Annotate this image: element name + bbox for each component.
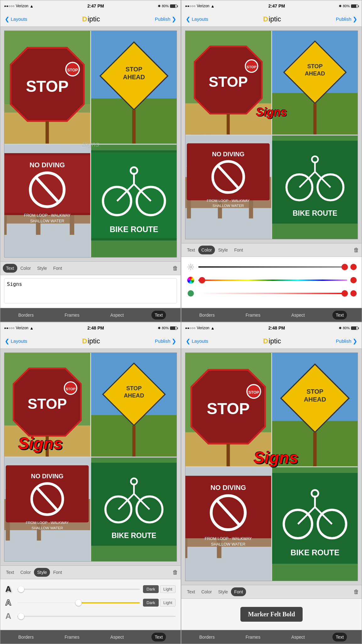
text-input-1[interactable]: Signs <box>4 278 177 303</box>
bottom-tab-aspect-2[interactable]: Aspect <box>288 311 308 319</box>
trash-icon-2[interactable]: 🗑 <box>354 247 359 253</box>
shadow-light-btn[interactable]: Light <box>160 585 176 593</box>
shadow-slider-container <box>17 589 140 590</box>
back-button-3[interactable]: ❮ Layouts <box>5 338 27 345</box>
photo-cell-bike-route-3[interactable]: BIKE ROUTE <box>91 458 177 561</box>
tab-text-3[interactable]: Text <box>3 568 17 577</box>
back-button-1[interactable]: ❮ Layouts <box>5 16 27 23</box>
brightness-slider[interactable] <box>198 266 347 268</box>
svg-line-75 <box>189 265 189 265</box>
shadow-letter-a: A <box>5 584 14 594</box>
tab-style-2[interactable]: Style <box>215 246 231 254</box>
bottom-tab-borders-3[interactable]: Borders <box>15 633 37 641</box>
photo-cell-no-diving-1[interactable]: NO DIVING FROM LOOP - WALKWAY SHALLOW WA… <box>4 145 90 258</box>
bottom-tab-frames-2[interactable]: Frames <box>242 311 263 319</box>
bluetooth-icon-4: ✱ <box>339 326 342 330</box>
tab-text-2[interactable]: Text <box>184 246 198 254</box>
svg-text:SHALLOW WATER: SHALLOW WATER <box>30 219 64 223</box>
trash-icon-4[interactable]: 🗑 <box>354 589 359 595</box>
photo-cell-stop-ahead-3[interactable]: STOP AHEAD <box>91 353 177 457</box>
tab-color-3[interactable]: Color <box>17 568 34 577</box>
opacity-thumb[interactable] <box>18 613 24 619</box>
back-button-4[interactable]: ❮ Layouts <box>186 338 208 345</box>
svg-text:STOP: STOP <box>209 74 248 90</box>
tab-style-3[interactable]: Style <box>34 568 50 577</box>
bottom-tab-text-1[interactable]: Text <box>151 311 166 319</box>
stroke-thumb[interactable] <box>75 600 82 606</box>
font-name-display[interactable]: Marker Felt Bold <box>240 607 303 622</box>
tab-color-4[interactable]: Color <box>198 587 215 596</box>
svg-text:STOP: STOP <box>247 65 256 69</box>
photo-cell-no-diving-4[interactable]: NO DIVING FROM LOOP - WALKWAY SHALLOW WA… <box>185 467 271 581</box>
bottom-tab-borders-2[interactable]: Borders <box>196 311 218 319</box>
bottom-tab-frames-4[interactable]: Frames <box>242 633 263 641</box>
bottom-tab-frames-3[interactable]: Frames <box>61 633 82 641</box>
bottom-tab-text-4[interactable]: Text <box>332 633 347 641</box>
photo-cell-stop-1[interactable]: STOP STOP <box>4 31 90 144</box>
back-label-3: Layouts <box>11 338 27 344</box>
back-button-2[interactable]: ❮ Layouts <box>186 16 208 23</box>
status-left-1: ●●○○○ Verizon ▲ <box>4 4 34 8</box>
battery-percent-3: 80% <box>162 326 169 330</box>
brightness-thumb[interactable] <box>342 264 348 270</box>
bottom-tab-aspect-4[interactable]: Aspect <box>288 633 308 641</box>
saturation-slider[interactable] <box>198 293 347 294</box>
bottom-tab-frames-1[interactable]: Frames <box>61 311 82 319</box>
photo-cell-no-diving-2[interactable]: NO DIVING FROM LOOP - WALKWAY SHALLOW WA… <box>185 136 271 239</box>
hue-thumb[interactable] <box>199 277 205 283</box>
time-display-2: 2:47 PM <box>268 3 285 8</box>
shadow-slider[interactable] <box>17 589 140 590</box>
svg-text:STOP: STOP <box>67 68 78 72</box>
svg-point-70 <box>189 266 192 268</box>
publish-button-2[interactable]: Publish ❯ <box>336 16 357 23</box>
tab-font-3[interactable]: Font <box>50 568 65 577</box>
brightness-dot <box>350 264 357 270</box>
stroke-slider[interactable] <box>17 602 140 603</box>
bottom-tab-text-3[interactable]: Text <box>151 633 166 641</box>
photo-cell-bike-route-4[interactable]: BIKE ROUTE <box>272 467 358 581</box>
tab-text-4[interactable]: Text <box>184 587 198 596</box>
photo-cell-bike-route-1[interactable]: BIKE ROUTE <box>91 145 177 258</box>
signal-indicator-3: ●●○○○ <box>4 326 14 330</box>
bottom-tab-borders-1[interactable]: Borders <box>15 311 37 319</box>
photo-grid-4: STOP STOP STOP AHEAD <box>185 353 358 581</box>
bottom-tab-aspect-1[interactable]: Aspect <box>107 311 127 319</box>
svg-text:NO DIVING: NO DIVING <box>211 484 246 491</box>
saturation-thumb[interactable] <box>342 290 348 297</box>
publish-button-1[interactable]: Publish ❯ <box>155 16 176 23</box>
tab-font-4[interactable]: Font <box>231 587 246 596</box>
chevron-left-icon-3: ❮ <box>5 338 9 345</box>
tab-font-1[interactable]: Font <box>50 264 65 273</box>
carrier-name: Verizon <box>16 4 28 8</box>
bottom-tab-borders-4[interactable]: Borders <box>196 633 218 641</box>
stroke-dark-btn[interactable]: Dark <box>143 599 158 607</box>
stroke-light-btn[interactable]: Light <box>160 599 176 607</box>
tab-color-2[interactable]: Color <box>198 246 215 254</box>
shadow-dark-btn[interactable]: Dark <box>143 585 158 593</box>
style-tab-content-3: A Dark Light A <box>0 579 181 630</box>
bottom-tab-aspect-3[interactable]: Aspect <box>107 633 127 641</box>
tab-text-1[interactable]: Text <box>3 264 17 273</box>
photo-cell-stop-ahead-1[interactable]: STOP AHEAD <box>91 31 177 144</box>
status-left-2: ●●○○○ Verizon ▲ <box>185 4 215 8</box>
publish-button-3[interactable]: Publish ❯ <box>155 338 176 345</box>
tab-style-4[interactable]: Style <box>215 587 231 596</box>
trash-icon-1[interactable]: 🗑 <box>173 265 178 272</box>
svg-text:FROM LOOP - WALKWAY: FROM LOOP - WALKWAY <box>205 536 252 541</box>
photo-cell-no-diving-3[interactable]: NO DIVING FROM LOOP - WALKWAY SHALLOW WA… <box>4 458 90 561</box>
tab-font-2[interactable]: Font <box>231 246 246 254</box>
trash-icon-3[interactable]: 🗑 <box>173 569 178 576</box>
tab-color-1[interactable]: Color <box>17 264 34 273</box>
photo-cell-bike-route-2[interactable]: BIKE ROUTE <box>272 136 358 239</box>
status-left-3: ●●○○○ Verizon ▲ <box>4 326 34 330</box>
svg-text:NO DIVING: NO DIVING <box>31 473 63 480</box>
title-text-4: iptic <box>269 337 281 345</box>
shadow-thumb[interactable] <box>18 586 24 592</box>
publish-button-4[interactable]: Publish ❯ <box>336 338 357 345</box>
tab-style-1[interactable]: Style <box>34 264 50 273</box>
chevron-right-icon-2: ❯ <box>353 16 357 23</box>
bottom-tab-text-2[interactable]: Text <box>332 311 347 319</box>
hue-slider[interactable] <box>198 280 347 281</box>
opacity-slider[interactable] <box>17 616 176 617</box>
status-right-4: ✱ 80% <box>339 326 358 330</box>
